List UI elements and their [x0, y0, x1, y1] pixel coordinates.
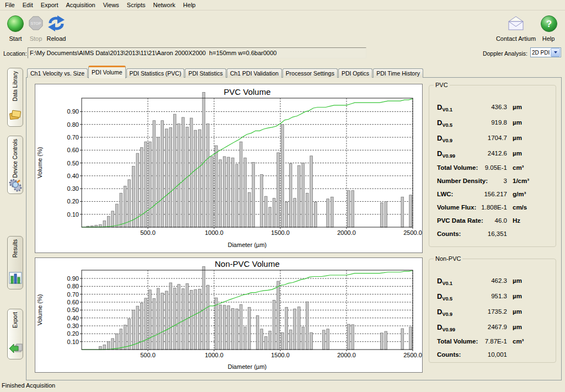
stat-label: Total Volume:: [437, 164, 478, 171]
menu-edit[interactable]: Edit: [19, 1, 37, 9]
svg-text:0.70: 0.70: [67, 291, 79, 298]
menu-acquisition[interactable]: Acquisition: [62, 1, 99, 9]
svg-text:Diameter (µm): Diameter (µm): [228, 363, 267, 370]
sidebar-item-label: Export: [12, 312, 18, 328]
tab-ch1-velocity-vs-size[interactable]: Ch1 Velocity vs. Size: [27, 68, 88, 78]
sidebar-item-results[interactable]: Results: [7, 236, 23, 289]
stat-label: DV0.5: [437, 292, 452, 300]
status-text: Finished Acquisition: [2, 382, 55, 389]
stat-label: DV0.5: [437, 119, 452, 127]
device-controls-gears-icon: [8, 178, 23, 194]
pvc-stats-title: PVC: [434, 82, 450, 88]
stat-unit: µm: [513, 277, 522, 284]
stat-value: 919.8: [491, 119, 507, 126]
stat-value: 1735.2: [488, 308, 507, 315]
stat-row: DV0.91735.2µm: [429, 304, 556, 319]
stat-value: 436.3: [491, 104, 507, 110]
stat-label: DV0.9: [437, 134, 452, 142]
svg-text:0.50: 0.50: [67, 160, 79, 167]
stat-unit: g/m³: [513, 191, 526, 197]
menu-file[interactable]: File: [1, 1, 19, 9]
pvc-volume-chart: 0.100.200.300.400.500.600.700.800.90500.…: [35, 84, 423, 253]
sidebar-item-data-library[interactable]: Data Library: [7, 68, 23, 127]
stat-value: 10,001: [488, 351, 507, 358]
svg-text:0.20: 0.20: [67, 330, 79, 337]
pvc-stats-group: PVC DV0.1436.3µmDV0.5919.8µmDV0.91704.7µ…: [429, 85, 556, 247]
svg-text:2000.0: 2000.0: [337, 229, 356, 236]
location-label: Location:: [3, 50, 27, 57]
menu-network[interactable]: Network: [149, 1, 179, 9]
sidebar-item-label: Data Library: [12, 71, 18, 101]
help-button[interactable]: ? Help: [540, 15, 557, 42]
svg-text:0.90: 0.90: [67, 108, 79, 115]
svg-text:1500.0: 1500.0: [271, 229, 290, 236]
tab-pdi-volume[interactable]: PDI Volume: [88, 66, 125, 78]
envelope-icon: [495, 15, 537, 35]
stat-row: DV0.5919.8µm: [429, 115, 556, 130]
stat-value: 156.217: [484, 191, 507, 197]
start-button[interactable]: Start: [6, 15, 25, 42]
svg-text:0.30: 0.30: [67, 185, 79, 192]
stat-unit: µm: [513, 324, 522, 330]
stat-value: 9.05E-1: [485, 164, 507, 171]
svg-text:1500.0: 1500.0: [271, 352, 290, 358]
reload-button[interactable]: Reload: [45, 15, 67, 42]
stat-row: Counts:10,001: [429, 348, 556, 361]
stat-row: Total Volume:7.87E-1cm³: [429, 335, 556, 348]
tab-processor-settings[interactable]: Processor Settings: [282, 68, 338, 78]
stat-label: DV0.99: [437, 323, 455, 331]
help-icon: ?: [540, 15, 557, 35]
sidebar-item-device-controls[interactable]: Device Controls: [7, 136, 23, 194]
svg-text:0.50: 0.50: [67, 307, 79, 313]
sidebar-item-label: Device Controls: [12, 139, 18, 178]
stat-row: Counts:16,351: [429, 227, 556, 240]
data-library-folders-icon: [8, 108, 23, 123]
stat-value: 2467.9: [488, 324, 507, 330]
location-input[interactable]: [28, 47, 366, 58]
non-pvc-stats-title: Non-PVC: [434, 255, 462, 262]
stat-row: LWC:156.217g/m³: [429, 187, 556, 201]
menu-scripts[interactable]: Scripts: [123, 1, 150, 9]
svg-text:Volume (%): Volume (%): [36, 147, 43, 179]
svg-text:Volume (%): Volume (%): [36, 294, 43, 326]
stat-label: DV0.1: [437, 103, 452, 111]
contact-artium-button[interactable]: Contact Artium: [495, 15, 537, 42]
svg-text:500.0: 500.0: [140, 229, 156, 236]
sidebar-item-export[interactable]: Export: [7, 309, 23, 359]
svg-text:0.10: 0.10: [67, 339, 79, 345]
menu-export[interactable]: Export: [37, 1, 62, 9]
svg-text:PVC Volume: PVC Volume: [223, 87, 270, 96]
menu-views[interactable]: Views: [99, 1, 123, 9]
tab-ch1-pdi-validation[interactable]: Ch1 PDI Validation: [227, 68, 282, 78]
results-chart-icon: [8, 271, 23, 286]
stat-unit: µm: [513, 104, 522, 110]
svg-text:Diameter (µm): Diameter (µm): [228, 241, 267, 248]
stat-unit: µm: [513, 308, 522, 315]
chevron-down-icon: [554, 51, 557, 53]
stat-unit: µm: [513, 293, 522, 299]
doppler-analysis-value: 2D PDI: [531, 50, 551, 56]
select-arrow-button[interactable]: [551, 48, 560, 57]
stat-value: 1704.7: [488, 135, 507, 141]
svg-text:0.20: 0.20: [67, 198, 79, 205]
tab-bar: Ch1 Velocity vs. SizePDI VolumePDI Stati…: [26, 66, 562, 78]
stat-label: PVC Data Rate:: [437, 217, 483, 224]
stat-value: 16,351: [488, 230, 507, 237]
stat-value: 462.3: [491, 277, 507, 284]
menu-help[interactable]: Help: [179, 1, 200, 9]
stop-button: STOP Stop: [26, 15, 45, 42]
reload-icon: [45, 15, 67, 35]
stat-row: DV0.5951.3µm: [429, 288, 556, 304]
non-pvc-stats-group: Non-PVC DV0.1462.3µmDV0.5951.3µmDV0.9173…: [429, 259, 556, 363]
stat-row: DV0.1436.3µm: [429, 99, 556, 115]
stat-label: LWC:: [437, 191, 453, 197]
tab-pdi-statistics-pvc[interactable]: PDI Statistics (PVC): [126, 68, 185, 78]
menubar: FileEditExportAcquisitionViewsScriptsNet…: [0, 0, 565, 10]
stat-row: DV0.1462.3µm: [429, 273, 556, 288]
doppler-analysis-select[interactable]: 2D PDI: [530, 47, 561, 57]
tab-pdi-optics[interactable]: PDI Optics: [338, 68, 372, 78]
svg-text:0.90: 0.90: [67, 275, 79, 282]
tab-pdi-statistics[interactable]: PDI Statistics: [185, 68, 226, 78]
tab-pdi-time-history[interactable]: PDI Time History: [373, 68, 423, 78]
svg-text:0.80: 0.80: [67, 121, 79, 128]
